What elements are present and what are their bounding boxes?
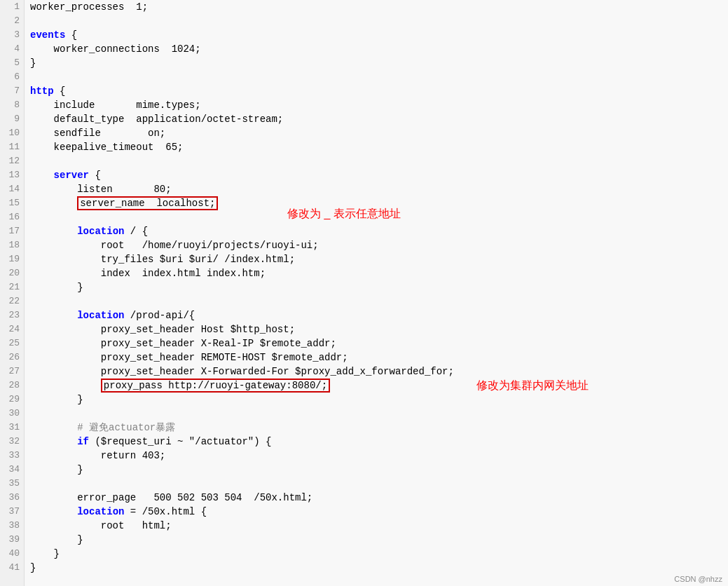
line-number: 15 bbox=[0, 196, 24, 210]
code-line bbox=[25, 14, 728, 28]
code-line: worker_connections 1024; bbox=[25, 42, 728, 56]
code-line: } bbox=[25, 533, 728, 547]
line-number: 40 bbox=[0, 547, 24, 561]
code-line: } bbox=[25, 56, 728, 70]
code-line bbox=[25, 70, 728, 84]
code-line: location / { bbox=[25, 224, 728, 238]
code-line bbox=[25, 154, 728, 168]
code-line: try_files $uri $uri/ /index.html; bbox=[25, 252, 728, 266]
code-line: default_type application/octet-stream; bbox=[25, 112, 728, 126]
line-number: 22 bbox=[0, 294, 24, 308]
code-line: sendfile on; bbox=[25, 126, 728, 140]
highlighted-code: proxy_pass http://ruoyi-gateway:8080/; bbox=[101, 379, 330, 393]
line-number: 19 bbox=[0, 252, 24, 266]
line-numbers: 1234567891011121314151617181920212223242… bbox=[0, 0, 25, 586]
code-line: worker_processes 1; bbox=[25, 0, 728, 14]
code-line: # 避免actuator暴露 bbox=[25, 421, 728, 435]
line-number: 2 bbox=[0, 14, 24, 28]
code-line: return 403; bbox=[25, 449, 728, 463]
code-line: if ($request_uri ~ "/actuator") { bbox=[25, 435, 728, 449]
code-line: index index.html index.htm; bbox=[25, 266, 728, 280]
line-number: 18 bbox=[0, 238, 24, 252]
line-number: 30 bbox=[0, 407, 24, 421]
line-number: 24 bbox=[0, 322, 24, 336]
line-number: 23 bbox=[0, 308, 24, 322]
line-number: 29 bbox=[0, 393, 24, 407]
code-line: server { bbox=[25, 168, 728, 182]
line-number: 5 bbox=[0, 56, 24, 70]
line-number: 1 bbox=[0, 0, 24, 14]
code-line: } bbox=[25, 547, 728, 561]
code-line: root html; bbox=[25, 519, 728, 533]
line-number: 21 bbox=[0, 280, 24, 294]
code-line: location /prod-api/{ bbox=[25, 308, 728, 322]
code-container: 1234567891011121314151617181920212223242… bbox=[0, 0, 728, 586]
line-number: 31 bbox=[0, 421, 24, 435]
line-number: 6 bbox=[0, 70, 24, 84]
code-line: listen 80; bbox=[25, 182, 728, 196]
line-number: 9 bbox=[0, 112, 24, 126]
line-number: 36 bbox=[0, 491, 24, 505]
code-line: } bbox=[25, 463, 728, 477]
line-number: 20 bbox=[0, 266, 24, 280]
line-number: 35 bbox=[0, 477, 24, 491]
line-number: 25 bbox=[0, 336, 24, 350]
line-number: 38 bbox=[0, 519, 24, 533]
line-number: 17 bbox=[0, 224, 24, 238]
code-line: proxy_set_header X-Forwarded-For $proxy_… bbox=[25, 364, 728, 379]
code-line: root /home/ruoyi/projects/ruoyi-ui; bbox=[25, 238, 728, 252]
code-line: proxy_set_header Host $http_host; bbox=[25, 322, 728, 336]
line-number: 12 bbox=[0, 154, 24, 168]
code-line: keepalive_timeout 65; bbox=[25, 140, 728, 154]
code-line: events { bbox=[25, 28, 728, 42]
line-number: 33 bbox=[0, 449, 24, 463]
line-number: 10 bbox=[0, 126, 24, 140]
line-number: 37 bbox=[0, 505, 24, 519]
line-number: 3 bbox=[0, 28, 24, 42]
line-number: 41 bbox=[0, 561, 24, 575]
code-line: proxy_set_header REMOTE-HOST $remote_add… bbox=[25, 350, 728, 364]
code-line bbox=[25, 477, 728, 491]
code-line: include mime.types; bbox=[25, 98, 728, 112]
code-line bbox=[25, 294, 728, 308]
line-number: 11 bbox=[0, 140, 24, 154]
code-line: } bbox=[25, 280, 728, 294]
highlighted-code: server_name localhost; bbox=[77, 196, 218, 210]
code-line: proxy_set_header X-Real-IP $remote_addr; bbox=[25, 336, 728, 350]
code-line: } bbox=[25, 561, 728, 575]
line-number: 39 bbox=[0, 533, 24, 547]
code-line bbox=[25, 407, 728, 421]
line-number: 26 bbox=[0, 350, 24, 364]
line-number: 16 bbox=[0, 210, 24, 224]
code-line: http { bbox=[25, 84, 728, 98]
code-line bbox=[25, 210, 728, 224]
line-number: 34 bbox=[0, 463, 24, 477]
line-number: 14 bbox=[0, 182, 24, 196]
line-number: 4 bbox=[0, 42, 24, 56]
code-line: server_name localhost; bbox=[25, 196, 728, 210]
code-area: worker_processes 1;events { worker_conne… bbox=[25, 0, 728, 586]
line-number: 7 bbox=[0, 84, 24, 98]
line-number: 28 bbox=[0, 379, 24, 393]
code-line: proxy_pass http://ruoyi-gateway:8080/; bbox=[25, 379, 728, 393]
line-number: 8 bbox=[0, 98, 24, 112]
line-number: 32 bbox=[0, 435, 24, 449]
code-line: location = /50x.html { bbox=[25, 505, 728, 519]
code-line: } bbox=[25, 393, 728, 407]
line-number: 13 bbox=[0, 168, 24, 182]
line-number: 27 bbox=[0, 364, 24, 379]
code-line: error_page 500 502 503 504 /50x.html; bbox=[25, 491, 728, 505]
watermark: CSDN @nhzz bbox=[674, 575, 722, 583]
